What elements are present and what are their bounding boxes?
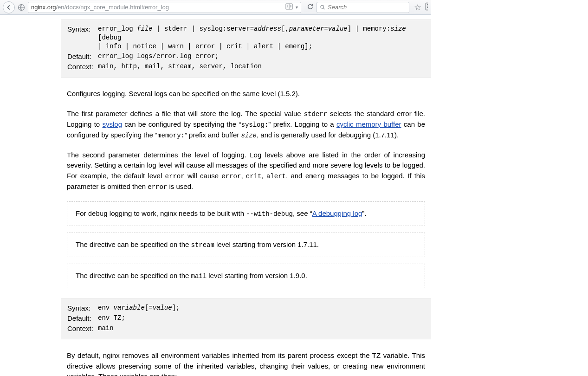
search-bar[interactable]	[317, 2, 409, 13]
syntax-label: Syntax:	[67, 25, 98, 51]
paragraph-first-param: The first parameter defines a file that …	[67, 109, 425, 141]
back-button[interactable]	[3, 1, 15, 13]
svg-point-2	[321, 5, 324, 8]
syntax-label: Syntax:	[67, 304, 98, 313]
browser-toolbar: nginx.org/en/docs/ngx_core_module.html#e…	[0, 0, 431, 15]
context-value: main, http, mail, stream, server, locati…	[98, 62, 425, 71]
search-icon	[320, 4, 325, 10]
context-label: Context:	[67, 324, 98, 333]
syntax-value: env variable[=value];	[98, 304, 425, 313]
default-label: Default:	[67, 52, 98, 61]
reader-mode-icon[interactable]	[285, 3, 293, 11]
default-value: env TZ;	[98, 314, 425, 323]
svg-rect-3	[426, 3, 428, 10]
bookmark-star-icon[interactable]: ☆	[412, 2, 423, 13]
url-path: /en/docs/ngx_core_module.html#error_log	[56, 4, 169, 11]
default-label: Default:	[67, 314, 98, 323]
bookmarks-menu-icon[interactable]	[423, 2, 428, 12]
note-debug-build: For debug logging to work, nginx needs t…	[67, 201, 425, 226]
link-syslog[interactable]: syslog	[103, 120, 123, 128]
link-debugging-log[interactable]: A debugging log	[312, 209, 362, 217]
context-value: main	[98, 324, 425, 333]
url-domain: nginx.org	[31, 4, 56, 11]
paragraph-intro: Configures logging. Several logs can be …	[67, 89, 425, 99]
directive-box-env: Syntax: env variable[=value]; Default: e…	[61, 298, 431, 340]
context-label: Context:	[67, 62, 98, 71]
reload-button[interactable]	[304, 3, 317, 12]
paragraph-second-param: The second parameter determines the leve…	[67, 150, 425, 192]
search-input[interactable]	[328, 4, 406, 11]
page-content: Syntax: error_log file | stderr | syslog…	[0, 19, 431, 376]
paragraph-env-intro: By default, nginx removes all environmen…	[67, 350, 425, 376]
back-arrow-icon	[6, 4, 12, 11]
site-globe-icon	[18, 4, 25, 11]
link-cyclic-memory-buffer[interactable]: cyclic memory buffer	[336, 120, 401, 128]
url-bar[interactable]: nginx.org/en/docs/ngx_core_module.html#e…	[28, 2, 301, 13]
syntax-value: error_log file | stderr | syslog:server=…	[98, 25, 425, 51]
directive-box-error-log: Syntax: error_log file | stderr | syslog…	[61, 19, 431, 78]
dropdown-icon[interactable]: ▾	[296, 5, 298, 10]
note-stream-level: The directive can be specified on the st…	[67, 233, 425, 257]
note-mail-level: The directive can be specified on the ma…	[67, 264, 425, 288]
default-value: error_log logs/error.log error;	[98, 52, 425, 61]
